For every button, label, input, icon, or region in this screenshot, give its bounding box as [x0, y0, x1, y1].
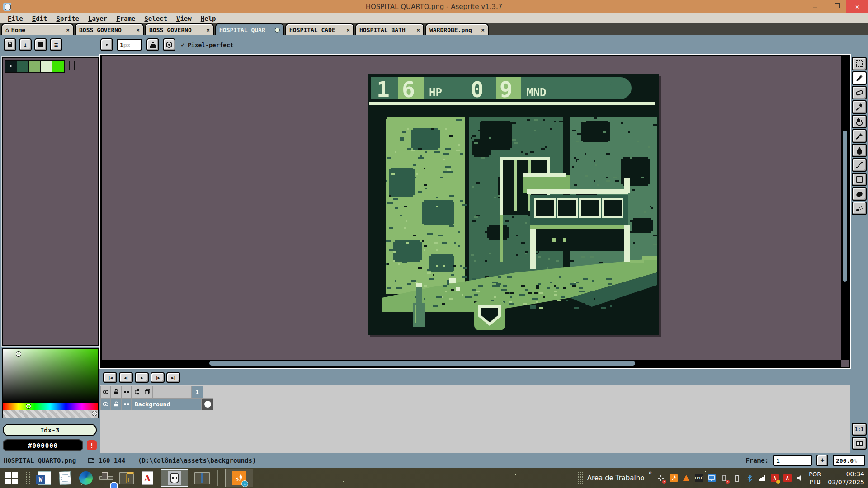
tray-pc-sync-icon[interactable]	[707, 474, 716, 483]
start-button[interactable]	[5, 471, 19, 485]
language-indicator[interactable]: POR PTB	[809, 470, 821, 486]
tray-avast-icon[interactable]	[681, 474, 691, 483]
dynamics-button[interactable]	[163, 38, 175, 51]
tab-home[interactable]: ⌂ Home ×	[1, 23, 74, 35]
last-frame-button[interactable]: ▶|	[166, 372, 180, 383]
menu-edit[interactable]: Edit	[28, 14, 52, 23]
play-button[interactable]: ▶	[135, 372, 149, 383]
desktop-toolbar-label[interactable]: Área de Trabalho	[587, 474, 645, 482]
prev-frame-button[interactable]: ◀|	[119, 372, 133, 383]
taskbar-rocket-app[interactable]: i	[225, 469, 253, 487]
first-frame-button[interactable]: |◀	[103, 372, 117, 383]
saturation-value-area[interactable]	[3, 349, 98, 403]
cel-frame-1[interactable]	[202, 398, 213, 410]
layer-visibility-button[interactable]	[100, 398, 111, 410]
duplicate-button[interactable]	[142, 386, 152, 398]
tray-device-error-icon[interactable]: ×	[719, 474, 729, 483]
layer-lock-button[interactable]	[111, 398, 121, 410]
tab-close-icon[interactable]: ×	[66, 27, 70, 33]
brush-size-input[interactable]: 1px	[117, 39, 142, 51]
taskbar-word[interactable]	[37, 471, 52, 485]
color-warning-button[interactable]: !	[87, 440, 97, 450]
tab-close-icon[interactable]: ×	[416, 27, 420, 33]
menu-select[interactable]: Select	[140, 14, 171, 23]
sprite-canvas[interactable]	[368, 74, 659, 335]
alpha-marker-icon[interactable]	[92, 411, 97, 416]
tab-close-icon[interactable]: ×	[136, 27, 140, 33]
tab-boss-governo-2[interactable]: BOSS GOVERNO ×	[145, 23, 214, 35]
frame-input[interactable]: 1	[773, 455, 812, 466]
tray-battery-icon[interactable]	[732, 474, 741, 483]
move-tool[interactable]	[852, 129, 867, 143]
hex-color-button[interactable]: #000000	[3, 439, 83, 451]
menu-view[interactable]: View	[172, 14, 196, 23]
palette-swatch-3[interactable]	[41, 61, 52, 72]
tab-hospital-cadeira[interactable]: HOSPITAL CADE ×	[285, 23, 354, 35]
contour-tool[interactable]	[852, 187, 867, 201]
menu-frame[interactable]: Frame	[112, 14, 139, 23]
tray-pdf-icon[interactable]: A	[770, 474, 779, 483]
tab-boss-governo-1[interactable]: BOSS GOVERNO ×	[75, 23, 144, 35]
rectangle-tool[interactable]	[852, 173, 867, 186]
tray-bluetooth-icon[interactable]	[745, 474, 754, 483]
eraser-tool[interactable]	[852, 86, 867, 99]
tray-adobe-icon[interactable]: A	[783, 474, 792, 483]
layer-row-background[interactable]: Background	[100, 398, 213, 410]
menu-help[interactable]: Help	[197, 14, 220, 23]
tray-network-signal-icon[interactable]	[757, 474, 767, 483]
taskbar-aseprite-active[interactable]	[161, 469, 188, 487]
tab-wardrobe[interactable]: WARDROBE.png ×	[425, 23, 489, 35]
canvas-viewport[interactable]	[100, 55, 850, 368]
taskbar-notepad[interactable]	[58, 471, 72, 485]
tab-hospital-quarto-active[interactable]: HOSPITAL QUAR	[215, 23, 284, 35]
onion-skin-button[interactable]	[121, 386, 132, 398]
frame-header-1[interactable]: 1	[191, 386, 203, 398]
taskbar-chrome[interactable]	[99, 476, 113, 480]
vertical-scrollbar[interactable]	[841, 56, 849, 360]
tab-close-icon[interactable]: ×	[206, 27, 210, 33]
taskbar-explorer[interactable]	[119, 472, 134, 484]
tray-sync-error-icon[interactable]: ×	[656, 474, 665, 483]
sv-marker-icon[interactable]	[16, 352, 21, 356]
one-to-one-button[interactable]: 1:1	[852, 423, 867, 436]
tab-hospital-bath[interactable]: HOSPITAL BATH ×	[355, 23, 424, 35]
layer-onion-button[interactable]	[121, 398, 132, 410]
hue-slider[interactable]	[3, 403, 98, 410]
palette-swatch-4[interactable]	[52, 61, 64, 72]
menu-sprite[interactable]: Sprite	[52, 14, 83, 23]
taskbar-acrobat[interactable]: A	[140, 471, 155, 485]
menu-file[interactable]: File	[4, 14, 27, 23]
toolbar-handle[interactable]	[25, 471, 31, 485]
restore-button[interactable]	[826, 0, 846, 13]
palette-swatch-0[interactable]	[5, 61, 17, 72]
hue-marker-icon[interactable]	[26, 404, 31, 408]
palette-swatch-1[interactable]	[17, 61, 28, 72]
taskbar-clock[interactable]: 00:34 03/07/2025	[828, 470, 864, 486]
menu-layer[interactable]: Layer	[84, 14, 111, 23]
taskbar-edge[interactable]	[79, 471, 93, 485]
toolbar-handle[interactable]	[578, 471, 583, 485]
tab-close-icon[interactable]: ×	[346, 27, 350, 33]
v-scroll-thumb[interactable]	[843, 131, 847, 282]
tab-close-icon[interactable]: ×	[481, 27, 485, 33]
alpha-slider[interactable]	[3, 410, 98, 418]
palette-lock-button[interactable]	[4, 38, 16, 51]
pencil-tool[interactable]	[852, 71, 867, 85]
close-button[interactable]: ×	[846, 0, 868, 13]
brush-type-button[interactable]	[100, 38, 113, 51]
taskbar-photos[interactable]	[194, 472, 210, 484]
next-frame-button[interactable]: |▶	[151, 372, 165, 383]
pixel-perfect-toggle[interactable]: ✓ Pixel-perfect	[181, 41, 234, 49]
chevron-expand-icon[interactable]: »	[648, 469, 652, 476]
add-frame-button[interactable]: +	[816, 455, 828, 466]
zoom-input[interactable]: 200.0%	[833, 455, 865, 466]
toggle-all-lock-button[interactable]	[111, 386, 121, 398]
palette-presets-button[interactable]	[34, 38, 47, 51]
modified-indicator-icon[interactable]	[275, 28, 280, 33]
tray-rocket-icon[interactable]	[669, 474, 678, 483]
eyedropper-tool[interactable]	[852, 100, 867, 114]
h-scroll-thumb[interactable]	[209, 361, 635, 366]
curve-tool[interactable]	[852, 158, 867, 172]
marquee-tool[interactable]	[852, 57, 867, 70]
tray-volume-icon[interactable]	[795, 474, 805, 483]
